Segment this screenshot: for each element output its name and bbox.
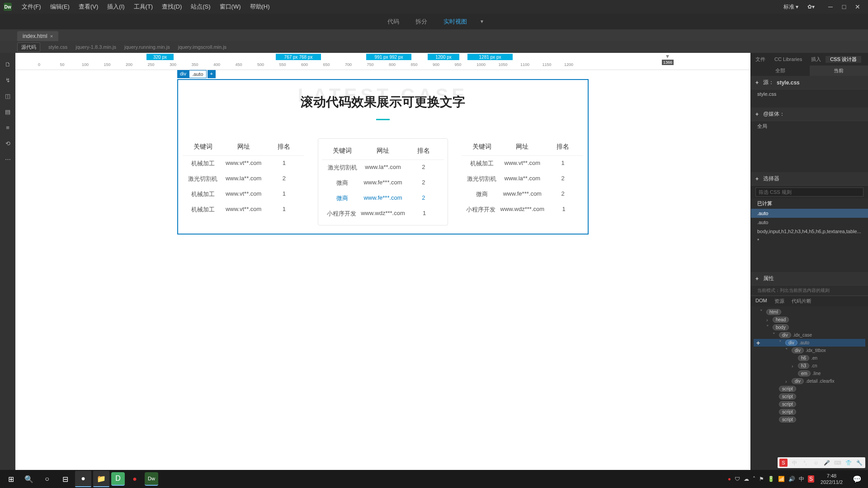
subfile-0[interactable]: 源代码 bbox=[17, 42, 40, 52]
add-prop-icon[interactable]: + bbox=[755, 276, 759, 282]
dom-node[interactable]: ›head bbox=[754, 316, 865, 324]
menu-查看(V)[interactable]: 查看(V) bbox=[74, 3, 103, 11]
tray-shield-icon[interactable]: 🛡 bbox=[735, 476, 740, 482]
table-row[interactable]: 激光切割机www.la**.com2 bbox=[462, 171, 583, 187]
filter-icon[interactable]: ▾ bbox=[666, 53, 669, 60]
props-section-header[interactable]: + 属性 bbox=[751, 272, 868, 286]
dom-node[interactable]: ›h3 .cn bbox=[754, 362, 865, 370]
selection-add-button[interactable]: + bbox=[208, 70, 216, 78]
breakpoint[interactable]: 1200 px bbox=[428, 54, 459, 60]
record-icon[interactable]: ● bbox=[127, 471, 143, 487]
dom-node[interactable]: em .line bbox=[754, 370, 865, 377]
tray-ime-icon[interactable]: 中 bbox=[799, 475, 804, 483]
menu-工具(T)[interactable]: 工具(T) bbox=[129, 3, 158, 11]
selector-row[interactable]: * bbox=[751, 236, 868, 245]
tray-up-icon[interactable]: ˄ bbox=[753, 476, 755, 482]
close-tab-icon[interactable]: × bbox=[50, 33, 53, 39]
settings-icon[interactable]: ✿▾ bbox=[803, 4, 819, 10]
tray-notif-icon[interactable]: ● bbox=[728, 476, 731, 482]
notification-icon[interactable]: 💬 bbox=[849, 471, 865, 487]
file-tab-index[interactable]: index.html × bbox=[17, 31, 58, 41]
ime-punct-icon[interactable]: °, bbox=[801, 459, 809, 467]
breakpoint[interactable]: 1281 px px bbox=[467, 54, 513, 60]
menu-编辑(E)[interactable]: 编辑(E) bbox=[46, 3, 74, 11]
menu-窗口(W)[interactable]: 窗口(W) bbox=[215, 3, 245, 11]
tray-flag-icon[interactable]: ⚑ bbox=[759, 476, 764, 482]
dom-node[interactable]: script bbox=[754, 400, 865, 408]
source-section-header[interactable]: + 源： style.css bbox=[751, 76, 868, 89]
code-view-button[interactable]: 代码 bbox=[384, 16, 403, 28]
selection-tag[interactable]: div bbox=[177, 70, 189, 78]
table-row[interactable]: 微商www.fe***.com2 bbox=[322, 191, 443, 206]
dom-node[interactable]: script bbox=[754, 393, 865, 400]
inspect-tool-icon[interactable]: ▤ bbox=[3, 107, 12, 116]
manage-tool-icon[interactable]: ↯ bbox=[3, 75, 12, 84]
chrome-icon[interactable]: ● bbox=[75, 471, 91, 487]
refresh-tool-icon[interactable]: ⟲ bbox=[3, 139, 12, 148]
ime-emoji-icon[interactable]: ☺ bbox=[812, 459, 820, 467]
table-row[interactable]: 小程序开发www.wdz***.com1 bbox=[462, 202, 583, 217]
ime-skin-icon[interactable]: 👕 bbox=[844, 459, 853, 467]
snippets-tab[interactable]: 代码片断 bbox=[792, 298, 811, 305]
tray-cloud-icon[interactable]: ☁ bbox=[744, 476, 749, 482]
computed-row[interactable]: 已计算 bbox=[751, 198, 868, 209]
scope-all[interactable]: 全部 bbox=[751, 66, 810, 76]
table-row[interactable]: 微商www.fe***.com2 bbox=[322, 175, 443, 191]
table-row[interactable]: 机械加工www.vt**.com1 bbox=[183, 202, 304, 217]
dom-tab[interactable]: DOM bbox=[755, 298, 767, 305]
subfile-3[interactable]: jquery.running.min.js bbox=[124, 44, 170, 50]
selection-class[interactable]: .auto bbox=[189, 70, 206, 78]
view-dropdown-icon[interactable]: ▼ bbox=[480, 19, 484, 24]
media-global-row[interactable]: 全局 bbox=[751, 121, 868, 131]
ime-mic-icon[interactable]: 🎤 bbox=[823, 459, 831, 467]
tray-battery-icon[interactable]: 🔋 bbox=[768, 476, 774, 482]
explorer-icon[interactable]: 📁 bbox=[93, 471, 109, 487]
tray-wifi-icon[interactable]: 📶 bbox=[778, 476, 785, 482]
design-tool-icon[interactable]: ◫ bbox=[3, 91, 12, 100]
table-row[interactable]: 激光切割机www.la**.com2 bbox=[183, 171, 304, 187]
media-section-header[interactable]: + @媒体： bbox=[751, 108, 868, 121]
subfile-1[interactable]: style.css bbox=[48, 44, 67, 50]
add-source-icon[interactable]: + bbox=[755, 80, 759, 86]
dom-node[interactable]: ˅html bbox=[754, 308, 865, 316]
dom-node[interactable]: script bbox=[754, 416, 865, 423]
selector-search-input[interactable] bbox=[755, 188, 863, 197]
search-icon[interactable]: 🔍 bbox=[21, 471, 37, 487]
close-button[interactable]: ✕ bbox=[851, 2, 864, 11]
dreamweaver-icon[interactable]: Dw bbox=[145, 472, 158, 486]
selector-section-header[interactable]: + 选择器 bbox=[751, 172, 868, 186]
subfile-4[interactable]: jquery.imgscroll.min.js bbox=[178, 44, 226, 50]
dom-node[interactable]: script bbox=[754, 408, 865, 416]
dom-add-icon[interactable]: + bbox=[754, 339, 763, 347]
app-d-icon[interactable]: D bbox=[111, 472, 125, 486]
ime-keyboard-icon[interactable]: ⌨ bbox=[834, 459, 842, 467]
ime-tool-icon[interactable]: 🔧 bbox=[855, 459, 863, 467]
ime-lang-icon[interactable]: 中 bbox=[790, 459, 798, 467]
more-tool-icon[interactable]: ⋯ bbox=[3, 155, 12, 164]
dom-node[interactable]: h6 .en bbox=[754, 354, 865, 362]
menu-插入(I)[interactable]: 插入(I) bbox=[103, 3, 129, 11]
rp-tab-2[interactable]: 插入 bbox=[807, 56, 826, 63]
table-row[interactable]: 机械加工www.vt**.com1 bbox=[183, 156, 304, 171]
cortana-icon[interactable]: ○ bbox=[39, 471, 55, 487]
breakpoint[interactable]: 991 px 992 px bbox=[366, 54, 411, 60]
minimize-button[interactable]: ─ bbox=[824, 2, 837, 11]
scope-current[interactable]: 当前 bbox=[810, 66, 868, 76]
dom-node[interactable]: ˅div .auto+ bbox=[754, 339, 865, 347]
rp-tab-3[interactable]: CSS 设计器 bbox=[826, 56, 861, 63]
selector-row[interactable]: .auto bbox=[751, 218, 868, 227]
dom-node[interactable]: script bbox=[754, 385, 865, 393]
rp-tab-0[interactable]: 文件 bbox=[751, 56, 770, 63]
tray-s-icon[interactable]: S bbox=[808, 475, 814, 483]
breakpoint[interactable]: 767 px 768 px bbox=[276, 54, 321, 60]
add-selector-icon[interactable]: + bbox=[755, 176, 759, 182]
subfile-2[interactable]: jquery-1.8.3.min.js bbox=[75, 44, 116, 50]
dom-node[interactable]: ˅div .idx_titbox bbox=[754, 347, 865, 354]
workspace-selector[interactable]: 标准 ▾ bbox=[779, 3, 803, 11]
rp-tab-1[interactable]: CC Libraries bbox=[770, 56, 807, 62]
dom-node[interactable]: ›div .detail .clearfix bbox=[754, 377, 865, 385]
add-media-icon[interactable]: + bbox=[755, 111, 759, 117]
menu-站点(S)[interactable]: 站点(S) bbox=[186, 3, 215, 11]
selector-row[interactable]: .auto bbox=[751, 209, 868, 218]
list-tool-icon[interactable]: ≡ bbox=[3, 123, 12, 132]
